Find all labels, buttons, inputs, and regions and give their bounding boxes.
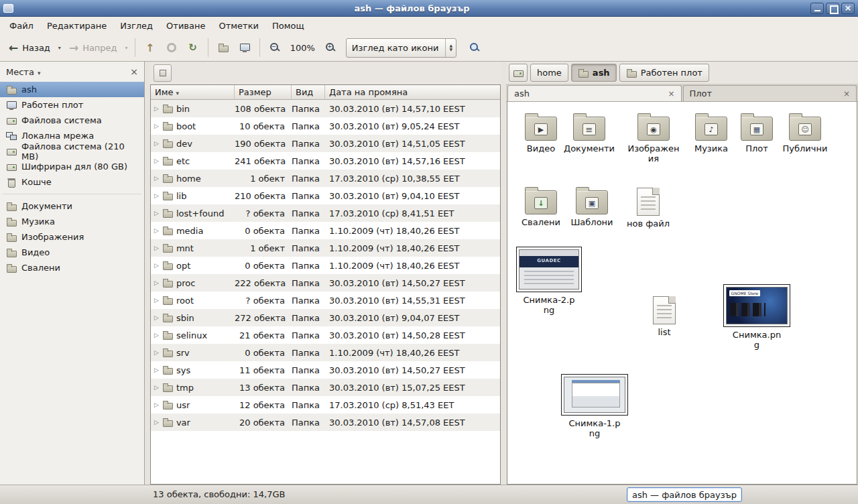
tab-close-icon[interactable] — [668, 89, 674, 99]
table-row[interactable]: media 0 обекта Папка 1.10.2009 (чт) 18,4… — [151, 222, 500, 239]
expander-icon[interactable] — [154, 279, 159, 286]
column-header-size[interactable]: Размер — [235, 85, 292, 100]
icon-view-item[interactable]: нов файл — [615, 185, 682, 229]
minimize-button[interactable] — [810, 3, 824, 14]
icon-view-item[interactable]: Снимка-1.png — [561, 374, 628, 439]
table-row[interactable]: etc 241 обекта Папка 30.03.2010 (вт) 14,… — [151, 152, 500, 170]
zoom-out-button[interactable]: − — [265, 38, 285, 58]
forward-button[interactable]: Напред — [64, 38, 122, 58]
table-row[interactable]: dev 190 обекта Папка 30.03.2010 (вт) 14,… — [151, 135, 500, 152]
sidebar-bookmark-item[interactable]: Музика — [0, 214, 144, 229]
expander-icon[interactable] — [154, 175, 159, 182]
table-row[interactable]: proc 222 обекта Папка 30.03.2010 (вт) 14… — [151, 274, 500, 292]
icon-view-item[interactable]: Изображения — [620, 110, 687, 164]
expander-icon[interactable] — [154, 192, 159, 199]
expander-icon[interactable] — [154, 123, 159, 129]
expander-icon[interactable] — [154, 349, 159, 356]
icon-view-item[interactable]: Документи — [556, 110, 623, 154]
icon-view-item[interactable]: GUADEC Снимка-2.png — [515, 247, 583, 316]
up-button[interactable] — [140, 38, 160, 58]
back-history-dropdown-icon[interactable]: ▾ — [56, 45, 63, 51]
table-row[interactable]: home 1 обект Папка 17.03.2010 (ср) 10,38… — [151, 170, 500, 187]
expander-icon[interactable] — [154, 227, 159, 234]
forward-history-dropdown-icon[interactable]: ▾ — [123, 45, 130, 51]
search-button[interactable] — [465, 38, 485, 58]
expander-icon[interactable] — [154, 140, 159, 147]
expander-icon[interactable] — [154, 105, 159, 112]
expander-icon[interactable] — [154, 158, 159, 164]
expander-icon[interactable] — [154, 384, 159, 391]
home-button[interactable] — [213, 38, 233, 58]
expander-icon[interactable] — [154, 314, 159, 321]
tab[interactable]: Плот — [683, 85, 857, 101]
pane-splitter[interactable] — [501, 62, 506, 485]
icon-view-item[interactable]: list — [631, 294, 698, 338]
expander-icon[interactable] — [154, 210, 159, 216]
menu-item[interactable]: Редактиране — [40, 19, 113, 33]
titlebar[interactable]: ash — файлов браузър — [0, 0, 858, 17]
expander-icon[interactable] — [154, 401, 159, 408]
expander-icon[interactable] — [154, 297, 159, 304]
places-dropdown-icon[interactable] — [38, 67, 41, 77]
menu-item[interactable]: Файл — [3, 19, 40, 33]
pathbar-button[interactable]: home — [530, 64, 568, 82]
computer-button[interactable] — [235, 38, 255, 58]
menu-item[interactable]: Отиване — [160, 19, 212, 33]
close-button[interactable] — [841, 3, 855, 14]
pathbar-root-button[interactable] — [509, 64, 528, 82]
sidebar-item[interactable]: Шифриран дял (80 GB) — [0, 159, 144, 174]
stop-button[interactable] — [162, 38, 182, 58]
menu-item[interactable]: Помощ — [265, 19, 311, 33]
table-row[interactable]: lib 210 обекта Папка 30.03.2010 (вт) 9,0… — [151, 187, 500, 204]
maximize-button[interactable] — [826, 3, 839, 14]
table-row[interactable]: selinux 21 обекта Папка 30.03.2010 (вт) … — [151, 326, 500, 344]
table-row[interactable]: usr 12 обекта Папка 17.03.2010 (ср) 8,51… — [151, 396, 500, 414]
table-row[interactable]: opt 0 обекта Папка 1.10.2009 (чт) 18,40,… — [151, 257, 500, 274]
sidebar-close-icon[interactable] — [130, 66, 138, 77]
sidebar-item[interactable]: Кошче — [0, 174, 144, 190]
sidebar-bookmark-item[interactable]: Видео — [0, 245, 144, 260]
back-button[interactable]: Назад — [4, 38, 55, 58]
sidebar-bookmark-item[interactable]: Свалени — [0, 260, 144, 275]
reload-button[interactable] — [183, 38, 203, 58]
icon-view-item[interactable]: GNOME Store Снимка.png — [723, 284, 790, 351]
sidebar-item[interactable]: Файлова система (210 MB) — [0, 143, 144, 159]
sidebar-bookmark-item[interactable]: Документи — [0, 198, 144, 214]
column-header-name[interactable]: Име — [151, 85, 235, 100]
view-mode-select[interactable]: Изглед като икони ▲▼ — [346, 38, 456, 58]
column-header-date[interactable]: Дата на промяна — [325, 85, 500, 100]
expander-icon[interactable] — [154, 419, 159, 426]
pathbar-button[interactable]: Работен плот — [619, 64, 709, 82]
icon-view-item[interactable]: Публични — [772, 110, 839, 154]
table-row[interactable]: sys 11 обекта Папка 30.03.2010 (вт) 14,5… — [151, 361, 500, 379]
table-row[interactable]: var 20 обекта Папка 30.03.2010 (вт) 14,5… — [151, 414, 500, 431]
row-type: Папка — [292, 139, 325, 149]
expander-icon[interactable] — [154, 262, 159, 269]
pane-icon-button[interactable] — [154, 64, 172, 82]
table-row[interactable]: lost+found ? обекта Папка 17.03.2010 (ср… — [151, 204, 500, 222]
menu-item[interactable]: Изглед — [113, 19, 160, 33]
table-row[interactable]: boot 10 обекта Папка 30.03.2010 (вт) 9,0… — [151, 117, 500, 135]
sidebar-item[interactable]: Файлова система — [0, 113, 144, 128]
expander-icon[interactable] — [154, 245, 159, 251]
sidebar-bookmark-item[interactable]: Изображения — [0, 229, 144, 245]
taskbar-window-button[interactable]: ash — файлов браузър — [627, 487, 742, 502]
tab-close-icon[interactable] — [843, 89, 850, 99]
table-row[interactable]: sbin 272 обекта Папка 30.03.2010 (вт) 9,… — [151, 309, 500, 326]
sidebar-item[interactable]: Работен плот — [0, 97, 144, 113]
table-row[interactable]: mnt 1 обект Папка 1.10.2009 (чт) 18,40,2… — [151, 239, 500, 257]
column-header-type[interactable]: Вид — [292, 85, 325, 100]
pane-splitter[interactable] — [145, 62, 149, 485]
tab[interactable]: ash — [507, 85, 682, 101]
places-title[interactable]: Места — [6, 67, 34, 77]
zoom-in-button[interactable]: + — [320, 38, 341, 58]
table-row[interactable]: tmp 13 обекта Папка 30.03.2010 (вт) 15,0… — [151, 379, 500, 396]
expander-icon[interactable] — [154, 332, 159, 338]
expander-icon[interactable] — [154, 367, 159, 373]
menu-item[interactable]: Отметки — [212, 19, 265, 33]
sidebar-item[interactable]: ash — [0, 82, 144, 97]
table-row[interactable]: srv 0 обекта Папка 1.10.2009 (чт) 18,40,… — [151, 344, 500, 361]
table-row[interactable]: root ? обекта Папка 30.03.2010 (вт) 14,5… — [151, 292, 500, 309]
pathbar-button[interactable]: ash — [571, 64, 617, 82]
table-row[interactable]: bin 108 обекта Папка 30.03.2010 (вт) 14,… — [151, 100, 500, 117]
